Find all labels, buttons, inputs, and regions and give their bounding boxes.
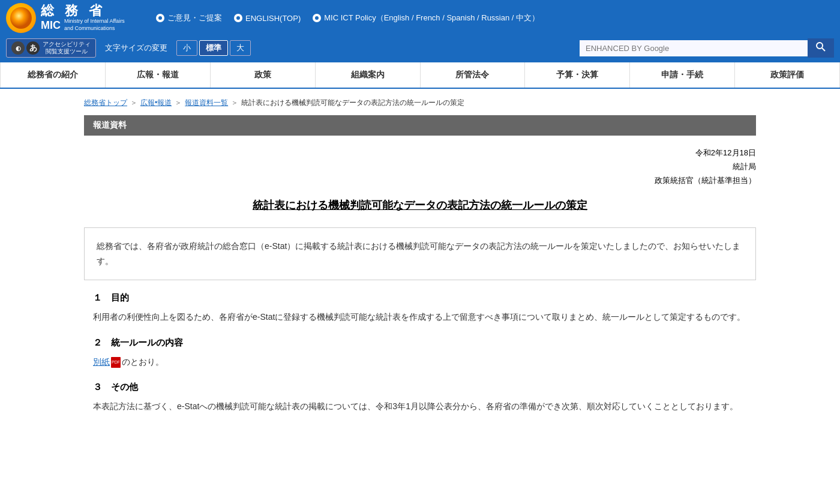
accessibility-icon-1: ◐: [11, 41, 25, 55]
pdf-link-label: 別紙: [93, 357, 110, 367]
section3-body: 本表記方法に基づく、e-Statへの機械判読可能な統計表の掲載については、令和3…: [93, 399, 756, 414]
font-normal-button[interactable]: 標準: [199, 40, 228, 56]
date-area: 令和2年12月18日: [84, 148, 756, 158]
font-size-label: 文字サイズの変更: [105, 43, 167, 53]
breadcrumb-sep-1: ＞: [130, 98, 137, 108]
logo-mic: MIC: [41, 19, 61, 32]
main-nav: 総務省の紹介 広報・報道 政策 組織案内 所管法令 予算・決算 申請・手続 政策…: [0, 62, 840, 89]
logo-area: 総 務 省 MIC Ministry of Internal Affairsan…: [6, 0, 156, 36]
font-large-button[interactable]: 大: [230, 40, 251, 56]
breadcrumb-sep-3: ＞: [231, 98, 238, 108]
press-release-badge: 報道資料: [84, 115, 756, 136]
section1-heading: １ 目的: [93, 292, 756, 304]
nav-item-intro[interactable]: 総務省の紹介: [0, 62, 106, 88]
header-second: ◐ あ アクセシビリティ閲覧支援ツール 文字サイズの変更 小 標準 大: [0, 36, 840, 62]
svg-line-2: [822, 48, 825, 51]
font-small-button[interactable]: 小: [176, 40, 197, 56]
nav-opinions[interactable]: ご意見・ご提案: [156, 13, 222, 23]
nav-ict-policy[interactable]: MIC ICT Policy（English / French / Spanis…: [313, 13, 539, 23]
section1-body: 利用者の利便性向上を図るため、各府省がe-Statに登録する機械判読可能な統計表…: [93, 310, 756, 325]
nav-item-laws[interactable]: 所管法令: [421, 62, 526, 88]
nav-item-org[interactable]: 組織案内: [316, 62, 421, 88]
nav-ict-label: MIC ICT Policy（English / French / Spanis…: [324, 13, 539, 23]
search-bar: [580, 38, 834, 58]
breadcrumb-sep-2: ＞: [175, 98, 182, 108]
dept1-area: 統計局: [84, 161, 756, 172]
header-nav-top: ご意見・ご提案 ENGLISH(TOP) MIC ICT Policy（Engl…: [156, 13, 834, 23]
nav-item-budget[interactable]: 予算・決算: [525, 62, 630, 88]
breadcrumb-home[interactable]: 総務省トップ: [84, 98, 127, 108]
section3-heading: ３ その他: [93, 382, 756, 393]
pdf-icon: PDF: [111, 357, 121, 368]
section3-text: 本表記方法に基づく、e-Statへの機械判読可能な統計表の掲載については、令和3…: [93, 401, 738, 411]
search-input[interactable]: [580, 40, 808, 56]
page-title: 統計表における機械判読可能なデータの表記方法の統一ルールの策定: [84, 198, 756, 212]
nav-english[interactable]: ENGLISH(TOP): [234, 14, 301, 23]
breadcrumb-news[interactable]: 広報•報道: [140, 98, 172, 108]
section2-text: のとおり。: [122, 357, 164, 367]
nav-item-policy[interactable]: 政策: [211, 62, 316, 88]
accessibility-icons: ◐ あ: [11, 41, 40, 55]
nav-item-news[interactable]: 広報・報道: [106, 62, 211, 88]
header-top: 総 務 省 MIC Ministry of Internal Affairsan…: [0, 0, 840, 36]
logo-japanese: 総 務 省: [41, 4, 125, 18]
nav-opinions-label: ご意見・ご提案: [167, 13, 222, 23]
breadcrumb-press[interactable]: 報道資料一覧: [185, 98, 228, 108]
logo-text: 総 務 省 MIC Ministry of Internal Affairsan…: [41, 4, 125, 32]
accessibility-button[interactable]: ◐ あ アクセシビリティ閲覧支援ツール: [6, 38, 96, 58]
font-size-controls: 小 標準 大: [176, 40, 251, 56]
svg-point-1: [817, 43, 823, 49]
section2-heading: ２ 統一ルールの内容: [93, 337, 756, 349]
section2-body: 別紙PDFのとおり。: [93, 355, 756, 370]
content-area: 総務省トップ ＞ 広報•報道 ＞ 報道資料一覧 ＞ 統計表における機械判読可能な…: [72, 89, 768, 423]
svg-point-0: [10, 7, 32, 29]
search-button[interactable]: [808, 38, 834, 58]
radio-icon-1: [156, 14, 164, 22]
pdf-link[interactable]: 別紙: [93, 357, 110, 367]
nav-item-eval[interactable]: 政策評価: [735, 62, 840, 88]
logo-icon: [6, 3, 36, 33]
nav-english-label: ENGLISH(TOP): [245, 14, 301, 23]
summary-text: 総務省では、各府省が政府統計の総合窓口（e-Stat）に掲載する統計表における機…: [97, 241, 740, 266]
section1-text: 利用者の利便性向上を図るため、各府省がe-Statに登録する機械判読可能な統計表…: [93, 312, 745, 322]
nav-item-apply[interactable]: 申請・手続: [630, 62, 735, 88]
summary-box: 総務省では、各府省が政府統計の総合窓口（e-Stat）に掲載する統計表における機…: [84, 227, 756, 280]
accessibility-icon-2: あ: [26, 41, 40, 55]
logo-english: Ministry of Internal Affairsand Communic…: [64, 18, 125, 32]
breadcrumb: 総務省トップ ＞ 広報•報道 ＞ 報道資料一覧 ＞ 統計表における機械判読可能な…: [84, 98, 756, 108]
radio-icon-3: [313, 14, 321, 22]
radio-icon-2: [234, 14, 242, 22]
breadcrumb-current: 統計表における機械判読可能なデータの表記方法の統一ルールの策定: [241, 98, 464, 108]
accessibility-label: アクセシビリティ閲覧支援ツール: [43, 41, 91, 55]
dept2-area: 政策統括官（統計基準担当）: [84, 175, 756, 186]
